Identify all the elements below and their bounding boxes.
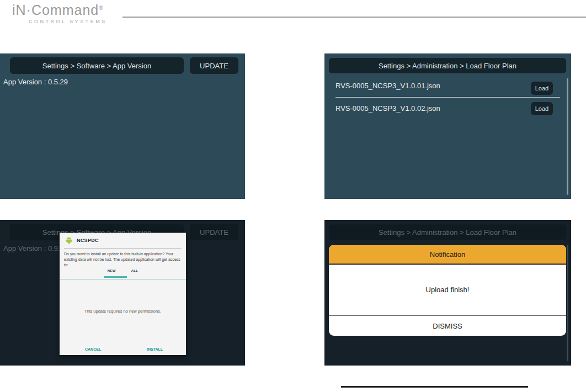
notification-card: Notification Upload finish! DISMISS (329, 245, 566, 336)
app-version-value: App Version : 0.9.3 (3, 244, 64, 253)
tab-all[interactable]: ALL (131, 269, 138, 272)
floor-plan-file-name: RVS-0005_NCSP3_V1.0.02.json (335, 104, 440, 112)
cancel-button[interactable]: CANCEL (85, 347, 101, 351)
logo-brand-text: iN·Command® (12, 2, 104, 18)
header-rule (122, 17, 586, 18)
breadcrumb: Settings > Administration > Load Floor P… (329, 58, 566, 73)
dialog-message: Do you want to install an update to this… (64, 251, 182, 267)
upload-notification-screen: Settings > Administration > Load Floor P… (324, 220, 571, 366)
active-tab-underline (104, 276, 127, 278)
tabs-rule (60, 279, 186, 280)
row-divider (335, 97, 560, 98)
install-update-dialog: NCSPDC Do you want to install an update … (60, 233, 186, 355)
load-floor-plan-screen: Settings > Administration > Load Floor P… (324, 53, 571, 199)
app-update-dialog-screen: Settings > Software > App Version UPDATE… (0, 220, 245, 366)
list-scrollbar[interactable] (567, 78, 568, 195)
dialog-app-name: NCSPDC (77, 238, 99, 243)
load-button[interactable]: Load (531, 102, 553, 115)
breadcrumb: Settings > Administration > Load Floor P… (329, 224, 566, 240)
notification-title: Notification (329, 245, 566, 265)
update-button[interactable]: UPDATE (190, 224, 238, 240)
incommand-logo: iN·Command® CONTROL SYSTEMS (12, 2, 122, 24)
tab-new[interactable]: NEW (108, 269, 116, 272)
logo-tagline: CONTROL SYSTEMS (29, 19, 122, 24)
update-button[interactable]: UPDATE (190, 57, 238, 74)
app-version-screen: Settings > Software > App Version UPDATE… (0, 53, 245, 199)
footer-rule (341, 386, 528, 388)
install-button[interactable]: INSTALL (147, 347, 163, 351)
floor-plan-file-name: RVS-0005_NCSP3_V1.0.01.json (335, 82, 440, 90)
dismiss-button[interactable]: DISMISS (329, 316, 566, 336)
registered-mark: ® (99, 5, 103, 11)
load-button[interactable]: Load (531, 82, 553, 95)
breadcrumb: Settings > Software > App Version (10, 57, 184, 74)
android-icon (65, 237, 73, 244)
notification-message: Upload finish! (329, 265, 566, 315)
dialog-title-divider (64, 248, 182, 249)
app-version-value: App Version : 0.5.29 (3, 78, 68, 86)
permissions-text: This update requires no new permissions. (60, 309, 186, 314)
list-scrollbar[interactable] (567, 245, 568, 361)
